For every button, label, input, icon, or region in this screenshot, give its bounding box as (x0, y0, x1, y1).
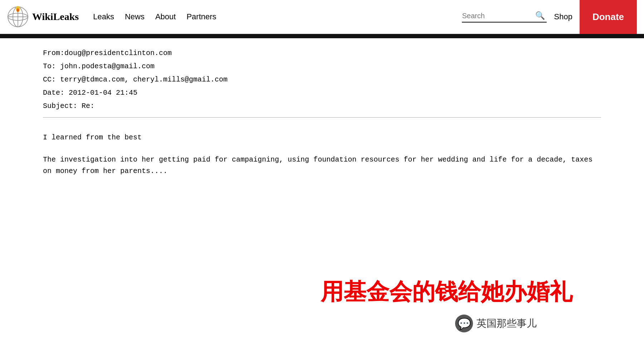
chinese-overlay-main: 用基金会的钱给她办婚礼 (321, 276, 572, 307)
site-header: WikiLeaks Leaks News About Partners 🔍 Sh… (0, 0, 644, 34)
email-subject: Subject: Re: (43, 102, 601, 110)
nav-partners[interactable]: Partners (186, 12, 216, 21)
donate-button[interactable]: Donate (580, 0, 637, 34)
nav-news[interactable]: News (125, 12, 145, 21)
email-from: From:doug@presidentclinton.com (43, 49, 601, 57)
email-divider (43, 117, 601, 118)
email-body-line2: The investigation into her getting paid … (43, 154, 601, 177)
email-cc: CC: terry@tdmca.com, cheryl.mills@gmail.… (43, 75, 601, 84)
wikileaks-globe-icon (7, 6, 29, 28)
logo-wordmark: WikiLeaks (32, 11, 79, 23)
email-body-line1: I learned from the best (43, 132, 601, 143)
header-right-area: 🔍 Shop Donate (462, 0, 637, 34)
nav-leaks[interactable]: Leaks (93, 12, 114, 21)
site-logo[interactable]: WikiLeaks (7, 6, 79, 28)
email-to: To: john.podesta@gmail.com (43, 62, 601, 70)
black-bar (0, 34, 644, 38)
chinese-overlay-sub-text: 英国那些事儿 (477, 317, 537, 330)
main-navigation: Leaks News About Partners (93, 12, 216, 21)
wechat-icon: 💬 (455, 315, 473, 332)
search-button[interactable]: 🔍 (533, 11, 547, 20)
email-date: Date: 2012-01-04 21:45 (43, 89, 601, 97)
nav-about[interactable]: About (155, 12, 176, 21)
search-icon: 🔍 (535, 11, 545, 20)
svg-point-7 (17, 9, 19, 12)
email-body: I learned from the best The investigatio… (43, 132, 601, 177)
search-container: 🔍 (462, 11, 547, 23)
search-input[interactable] (462, 12, 533, 20)
email-container: From:doug@presidentclinton.com To: john.… (0, 38, 644, 202)
chinese-overlay-sub: 💬 英国那些事儿 (455, 315, 537, 332)
shop-link[interactable]: Shop (554, 12, 572, 21)
